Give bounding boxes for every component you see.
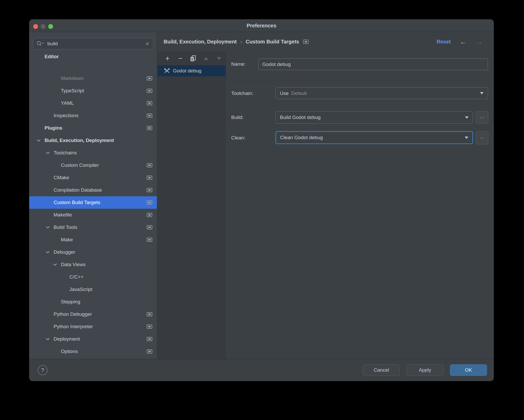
sidebar-item-options[interactable]: Options <box>29 345 157 358</box>
sidebar-item-label: Python Debugger <box>54 311 92 317</box>
sidebar-item-cmake[interactable]: CMake <box>29 171 157 184</box>
sidebar-item-debugger[interactable]: Debugger <box>29 246 157 258</box>
name-field[interactable] <box>258 58 488 70</box>
sidebar-item-label: CMake <box>54 175 69 181</box>
sidebar-item-build-tools[interactable]: Build Tools <box>29 221 157 234</box>
chevron-down-icon[interactable] <box>45 225 50 230</box>
window-title: Preferences <box>29 19 494 32</box>
sidebar-item-make[interactable]: Make <box>29 234 157 246</box>
toolchain-dropdown[interactable]: Use Default <box>275 87 488 99</box>
project-settings-icon <box>147 176 152 180</box>
sidebar-item-inspections[interactable]: Inspections <box>29 109 157 122</box>
build-tools-icon <box>164 68 170 73</box>
sidebar-item-label: TypeScript <box>61 88 84 94</box>
triangle-up-icon <box>204 57 208 60</box>
preferences-window: Preferences ✕ EditorMarkdownTypeScriptYA… <box>29 19 494 381</box>
sidebar-item-label: Data Views <box>61 262 86 267</box>
sidebar-item-build-execution-deployment[interactable]: Build, Execution, Deployment <box>29 134 157 147</box>
cancel-button[interactable]: Cancel <box>363 364 400 376</box>
triangle-down-icon <box>217 57 221 60</box>
search-input[interactable] <box>47 41 145 47</box>
clean-more-button[interactable]: … <box>476 131 488 144</box>
clean-value-text: Clean Godot debug <box>280 135 323 140</box>
sidebar-item-markdown[interactable]: Markdown <box>29 72 157 85</box>
sidebar-item-label: YAML <box>61 100 74 106</box>
chevron-down-icon <box>465 137 468 139</box>
project-settings-icon <box>147 349 152 354</box>
sidebar-item-label: Compilation Database <box>54 187 102 193</box>
build-value-text: Build Godot debug <box>280 115 321 120</box>
sidebar-item-data-views[interactable]: Data Views <box>29 258 157 271</box>
target-list-item-godot-debug[interactable]: Godot debug <box>157 65 225 76</box>
sidebar-item-label: Options <box>61 349 78 354</box>
forward-arrow-icon: → <box>476 38 483 46</box>
sidebar-item-stepping[interactable]: Stepping <box>29 296 157 308</box>
sidebar-item-label: Plugins <box>45 125 62 131</box>
project-settings-icon <box>147 337 152 341</box>
build-targets-panel: + − Godot debug <box>157 52 226 359</box>
sidebar-item-editor[interactable]: Editor <box>29 50 157 60</box>
project-settings-icon <box>147 188 152 192</box>
clear-search-icon[interactable]: ✕ <box>145 41 150 47</box>
sidebar-item-label: Debugger <box>54 249 75 255</box>
sidebar-item-custom-build-targets[interactable]: Custom Build Targets <box>29 196 157 209</box>
sidebar-item-label: Stepping <box>61 299 80 305</box>
duplicate-target-button[interactable] <box>187 54 200 63</box>
name-label: Name: <box>231 61 246 67</box>
copy-icon <box>190 55 196 62</box>
sidebar-item-label: Deployment <box>54 336 80 342</box>
divider <box>231 86 488 86</box>
settings-header: Build, Execution, Deployment › Custom Bu… <box>157 32 494 52</box>
chevron-down-icon[interactable] <box>45 150 50 155</box>
build-dropdown[interactable]: Build Godot debug <box>275 111 473 124</box>
chevron-down-icon[interactable] <box>45 250 50 255</box>
sidebar-item-python-debugger[interactable]: Python Debugger <box>29 308 157 320</box>
sidebar-item-makefile[interactable]: Makefile <box>29 209 157 221</box>
sidebar-item-python-interpreter[interactable]: Python Interpreter <box>29 320 157 333</box>
move-down-button <box>213 54 225 63</box>
breadcrumb-separator: › <box>240 39 242 45</box>
sidebar-item-label: JavaScript <box>69 287 92 292</box>
apply-button[interactable]: Apply <box>406 364 443 376</box>
build-more-button[interactable]: … <box>476 111 488 124</box>
project-settings-icon <box>147 114 152 118</box>
sidebar-item-javascript[interactable]: JavaScript <box>29 283 157 296</box>
project-settings-icon <box>147 101 152 105</box>
sidebar-item-yaml[interactable]: YAML <box>29 97 157 109</box>
project-settings-icon <box>147 213 152 217</box>
settings-search[interactable]: ✕ <box>33 38 153 49</box>
breadcrumb-parent[interactable]: Build, Execution, Deployment <box>164 39 237 45</box>
breadcrumb-current: Custom Build Targets <box>246 39 299 45</box>
sidebar-item-label: Make <box>61 237 73 243</box>
reset-link[interactable]: Reset <box>437 39 451 45</box>
toolchain-label: Toolchain: <box>231 91 253 96</box>
help-button[interactable]: ? <box>38 365 48 375</box>
chevron-down-icon[interactable] <box>45 336 50 342</box>
sidebar-item-toolchains[interactable]: Toolchains <box>29 147 157 159</box>
project-settings-icon <box>303 40 309 44</box>
sidebar-item-label: Inspections <box>54 113 78 118</box>
list-toolbar: + − <box>157 52 225 65</box>
sidebar-item-deployment[interactable]: Deployment <box>29 333 157 345</box>
sidebar-item-compilation-database[interactable]: Compilation Database <box>29 184 157 196</box>
sidebar-item-plugins[interactable]: Plugins <box>29 122 157 134</box>
sidebar-item-typescript[interactable]: TypeScript <box>29 85 157 97</box>
chevron-down-icon[interactable] <box>52 262 57 267</box>
sidebar-item-custom-compiler[interactable]: Custom Compiler <box>29 159 157 171</box>
chevron-down-icon <box>465 116 469 119</box>
sidebar-item-label: Custom Build Targets <box>54 200 100 205</box>
chevron-down-icon[interactable] <box>36 138 41 143</box>
project-settings-icon <box>147 225 152 229</box>
ok-button[interactable]: OK <box>450 364 487 376</box>
add-target-button[interactable]: + <box>161 54 174 63</box>
project-settings-icon <box>147 126 152 130</box>
back-arrow-icon[interactable]: ← <box>460 38 467 46</box>
build-label: Build: <box>231 115 244 120</box>
sidebar-item-c-c[interactable]: C/C++ <box>29 271 157 283</box>
search-icon <box>37 41 44 47</box>
bottom-bar: ? Cancel Apply OK <box>29 359 494 381</box>
clean-dropdown[interactable]: Clean Godot debug <box>275 131 473 144</box>
sidebar-item-label: Custom Compiler <box>61 162 99 168</box>
project-settings-icon <box>147 200 152 205</box>
remove-target-button[interactable]: − <box>174 54 187 63</box>
